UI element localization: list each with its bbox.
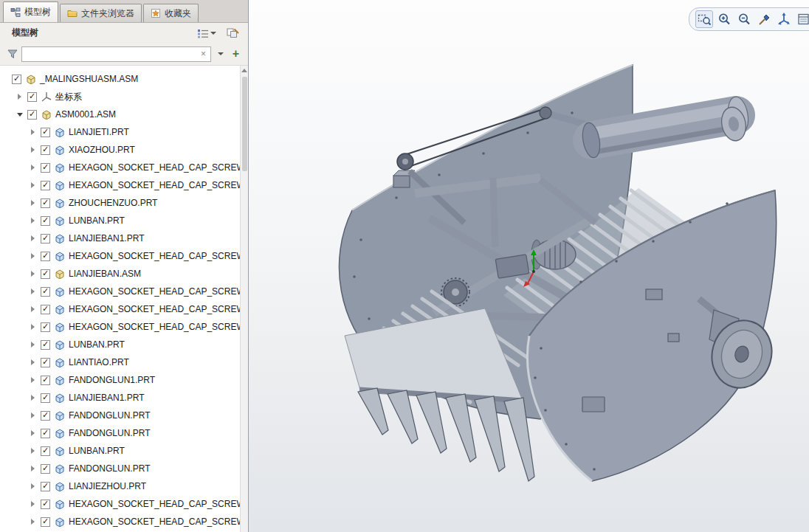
add-filter-button[interactable]: + xyxy=(230,47,242,61)
expander-icon[interactable] xyxy=(30,199,38,207)
expander-icon[interactable] xyxy=(30,518,38,526)
expander-icon[interactable] xyxy=(30,483,38,491)
item-checkbox[interactable] xyxy=(41,411,50,421)
tree-item[interactable]: FANDONGLUN.PRT xyxy=(0,460,240,477)
tree-item[interactable]: LUNBAN.PRT xyxy=(0,212,240,229)
expander-icon[interactable] xyxy=(30,182,38,190)
item-type-icon xyxy=(55,286,65,297)
item-checkbox[interactable] xyxy=(12,75,21,84)
item-checkbox[interactable] xyxy=(27,92,37,102)
expander-icon[interactable] xyxy=(30,288,38,296)
item-checkbox[interactable] xyxy=(41,393,50,403)
item-checkbox[interactable] xyxy=(41,340,50,350)
expander-icon[interactable] xyxy=(16,111,24,119)
tree-item[interactable]: FANDONGLUN1.PRT xyxy=(0,371,240,389)
expander-icon[interactable] xyxy=(30,270,38,278)
item-checkbox[interactable] xyxy=(41,181,50,190)
expander-icon[interactable] xyxy=(30,217,38,225)
item-checkbox[interactable] xyxy=(41,464,50,474)
item-checkbox[interactable] xyxy=(41,322,50,332)
expander-icon[interactable] xyxy=(30,252,38,260)
item-checkbox[interactable] xyxy=(41,376,50,385)
expander-icon[interactable] xyxy=(30,429,38,438)
expander-icon[interactable] xyxy=(30,465,38,473)
tree-item[interactable]: LIANJIEBAN1.PRT xyxy=(0,229,240,247)
tree-item-label: HEXAGON_SOCKET_HEAD_CAP_SCREW xyxy=(69,251,240,261)
expander-icon[interactable] xyxy=(30,412,38,420)
tree-item[interactable]: ASM0001.ASM xyxy=(0,106,240,123)
tree-item[interactable]: HEXAGON_SOCKET_HEAD_CAP_SCREW xyxy=(0,247,240,265)
clear-search-icon[interactable]: × xyxy=(199,49,207,59)
tab-model-tree[interactable]: 模型树 xyxy=(3,1,58,22)
item-checkbox[interactable] xyxy=(41,216,50,226)
expander-icon[interactable] xyxy=(30,376,38,384)
list-options-button[interactable] xyxy=(196,27,218,39)
expander-icon[interactable] xyxy=(30,305,38,314)
item-checkbox[interactable] xyxy=(27,110,37,120)
tree-item[interactable]: LUNBAN.PRT xyxy=(0,336,240,353)
expander-icon[interactable] xyxy=(30,341,38,349)
scrollbar-up-arrow-icon[interactable] xyxy=(241,66,248,75)
item-checkbox[interactable] xyxy=(41,269,50,279)
model-canvas[interactable] xyxy=(249,0,809,532)
zoom-region-button[interactable] xyxy=(695,10,713,28)
tree-item[interactable]: HEXAGON_SOCKET_HEAD_CAP_SCREW xyxy=(0,495,240,513)
item-checkbox[interactable] xyxy=(41,429,50,438)
tab-folder-browser[interactable]: 文件夹浏览器 xyxy=(60,4,142,22)
tree-item[interactable]: HEXAGON_SOCKET_HEAD_CAP_SCREW xyxy=(0,300,240,318)
item-checkbox[interactable] xyxy=(41,482,50,491)
item-checkbox[interactable] xyxy=(41,446,50,456)
expander-icon[interactable] xyxy=(16,93,24,101)
zoom-in-button[interactable] xyxy=(715,10,733,28)
tree-item[interactable]: LIANJIETI.PRT xyxy=(0,123,240,141)
expander-icon[interactable] xyxy=(30,359,38,367)
expander-icon[interactable] xyxy=(30,394,38,402)
tree-item[interactable]: LIANTIAO.PRT xyxy=(0,353,240,371)
tree-item[interactable]: _MALINGSHUASM.ASM xyxy=(0,70,240,88)
tree-item[interactable]: LIANJIEZHOU.PRT xyxy=(0,477,240,495)
tree-item[interactable]: HEXAGON_SOCKET_HEAD_CAP_SCREW xyxy=(0,318,240,336)
expander-icon[interactable] xyxy=(30,500,38,508)
item-checkbox[interactable] xyxy=(41,145,50,155)
item-type-icon xyxy=(55,198,65,208)
item-checkbox[interactable] xyxy=(41,517,50,527)
expander-icon[interactable] xyxy=(30,128,38,137)
expander-icon[interactable] xyxy=(30,447,38,455)
expander-icon[interactable] xyxy=(30,323,38,331)
tree-search-input[interactable] xyxy=(25,49,199,59)
zoom-out-button[interactable] xyxy=(735,10,753,28)
item-checkbox[interactable] xyxy=(41,305,50,314)
tree-item[interactable]: 坐标系 xyxy=(0,88,240,106)
tree-item[interactable]: HEXAGON_SOCKET_HEAD_CAP_SCREW xyxy=(0,513,240,531)
tree-item[interactable]: ZHOUCHENZUO.PRT xyxy=(0,194,240,212)
expander-icon[interactable] xyxy=(30,164,38,172)
graphics-viewport[interactable] xyxy=(249,0,809,532)
item-checkbox[interactable] xyxy=(41,128,50,137)
item-checkbox[interactable] xyxy=(41,500,50,509)
tree-scrollbar[interactable] xyxy=(240,66,248,532)
scrollbar-thumb[interactable] xyxy=(242,77,247,171)
view-manager-button[interactable] xyxy=(795,10,809,28)
tree-item[interactable]: FANDONGLUN.PRT xyxy=(0,407,240,424)
item-checkbox[interactable] xyxy=(41,358,50,367)
item-checkbox[interactable] xyxy=(41,252,50,261)
expander-icon[interactable] xyxy=(30,235,38,243)
filter-dropdown-button[interactable] xyxy=(215,47,226,61)
saved-orientations-button[interactable] xyxy=(775,10,793,28)
tree-item[interactable]: XIAOZHOU.PRT xyxy=(0,141,240,159)
tree-settings-button[interactable] xyxy=(225,27,241,39)
tree-item[interactable]: HEXAGON_SOCKET_HEAD_CAP_SCREW xyxy=(0,159,240,176)
repaint-button[interactable] xyxy=(755,10,773,28)
item-checkbox[interactable] xyxy=(41,287,50,297)
tree-item[interactable]: LUNBAN.PRT xyxy=(0,442,240,460)
item-checkbox[interactable] xyxy=(41,163,50,173)
item-checkbox[interactable] xyxy=(41,234,50,243)
item-checkbox[interactable] xyxy=(41,198,50,208)
tree-item[interactable]: HEXAGON_SOCKET_HEAD_CAP_SCREW xyxy=(0,283,240,300)
tree-item[interactable]: LIANJIEBAN.ASM xyxy=(0,265,240,283)
expander-icon[interactable] xyxy=(30,146,38,154)
tab-favorites[interactable]: 收藏夹 xyxy=(143,4,199,22)
tree-item[interactable]: FANDONGLUN.PRT xyxy=(0,424,240,442)
tree-item[interactable]: HEXAGON_SOCKET_HEAD_CAP_SCREW xyxy=(0,176,240,194)
tree-item[interactable]: LIANJIEBAN1.PRT xyxy=(0,389,240,407)
